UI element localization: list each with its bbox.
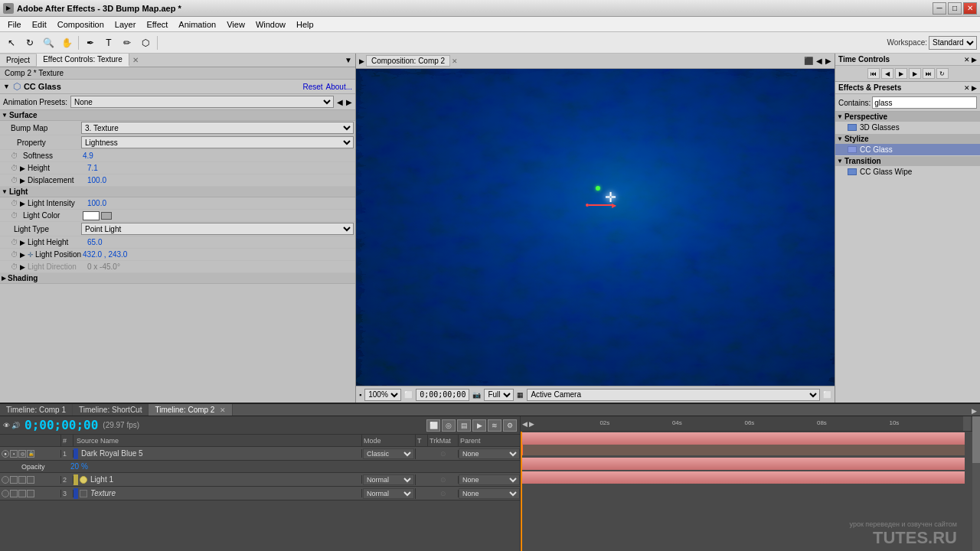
ep-close[interactable]: ✕ — [964, 84, 970, 92]
go-start-button[interactable]: ⏮ — [867, 68, 880, 79]
solo-btn[interactable]: ◎ — [442, 419, 456, 432]
anim-presets-next[interactable]: ▶ — [346, 98, 352, 106]
loop-button[interactable]: ↻ — [936, 68, 949, 79]
layer-3-visibility[interactable] — [2, 490, 9, 497]
zoom-tool[interactable]: 🔍 — [40, 34, 57, 51]
draft-btn[interactable]: ⚙ — [503, 419, 517, 432]
layer-3-lock[interactable] — [27, 490, 34, 497]
effect-controls-tab[interactable]: Effect Controls: Texture — [37, 54, 129, 67]
selection-tool[interactable]: ↖ — [3, 34, 20, 51]
opacity-value[interactable]: 20 % — [70, 462, 88, 471]
tl-audio-icon[interactable]: 🔊 — [11, 422, 20, 429]
text-tool[interactable]: T — [100, 34, 117, 51]
track-bar-layer2[interactable] — [521, 458, 965, 470]
effect-expand-arrow[interactable]: ▼ — [3, 83, 10, 90]
menu-help[interactable]: Help — [292, 18, 318, 31]
viewer-ctrl-2[interactable]: ◀ — [816, 57, 822, 65]
comp-marker-btn[interactable]: ⬜ — [426, 419, 440, 432]
timeline-tab-comp2[interactable]: Timeline: Comp 2 ✕ — [149, 404, 233, 416]
property-select[interactable]: Lightness — [81, 136, 354, 148]
layer-2-solo[interactable] — [18, 476, 26, 484]
viewer-ctrl-3[interactable]: ▶ — [825, 57, 831, 65]
layer-1-parent[interactable]: None — [459, 448, 520, 459]
pen-tool[interactable]: ✒ — [82, 34, 99, 51]
menu-layer[interactable]: Layer — [110, 18, 141, 31]
layer-2-lock[interactable] — [27, 476, 34, 484]
surface-section-header[interactable]: ▼ Surface — [0, 110, 355, 121]
timeline-scrollbar-v[interactable] — [972, 416, 980, 551]
transition-header[interactable]: ▼ Transition — [835, 156, 980, 166]
scroll-right-icon[interactable]: ▶ — [529, 420, 534, 428]
height-stopwatch[interactable]: ⏱ — [11, 164, 18, 172]
timeline-expand[interactable]: ▶ — [972, 407, 977, 415]
quality-select[interactable]: Full — [484, 389, 514, 401]
project-tab[interactable]: Project — [0, 54, 37, 66]
anim-presets-select[interactable]: None — [70, 96, 334, 108]
tab-close-icon[interactable]: ✕ — [220, 406, 226, 414]
close-button[interactable]: ✕ — [963, 2, 977, 15]
height-value[interactable]: 7.1 — [87, 164, 98, 172]
search-input[interactable] — [872, 96, 977, 109]
preview-btn[interactable]: ▶ — [472, 419, 486, 432]
menu-file[interactable]: File — [3, 18, 26, 31]
displacement-value[interactable]: 100.0 — [87, 176, 106, 184]
about-button[interactable]: About... — [326, 83, 352, 91]
prev-frame-button[interactable]: ◀ — [881, 68, 893, 79]
light-color-swatch[interactable] — [83, 211, 100, 220]
brush-tool[interactable]: ✏ — [119, 34, 136, 51]
viewer-ctrl-1[interactable]: ⬛ — [804, 57, 813, 65]
motion-blur-btn[interactable]: ≋ — [488, 419, 501, 432]
cc-glass-item[interactable]: CC Glass — [835, 144, 980, 155]
time-controls-expand[interactable]: ▶ — [972, 56, 977, 64]
render-btn[interactable]: ▤ — [457, 419, 471, 432]
light-type-select[interactable]: Point Light — [81, 223, 354, 235]
softness-stopwatch[interactable]: ⏱ — [11, 152, 18, 160]
viewer-timecode[interactable]: 0;00;00;00 — [416, 389, 469, 401]
layer-1-lock[interactable]: 🔒 — [27, 450, 34, 458]
menu-animation[interactable]: Animation — [174, 18, 220, 31]
light-position-crosshair[interactable]: ✛ — [28, 251, 34, 259]
layer-2-audio[interactable] — [10, 476, 18, 484]
light-position-stopwatch[interactable]: ⏱ — [11, 250, 18, 259]
scrollbar-v-thumb[interactable] — [972, 416, 980, 463]
light-intensity-stopwatch[interactable]: ⏱ — [11, 199, 18, 207]
light-position-value[interactable]: 432.0 , 243.0 — [83, 250, 127, 259]
play-button[interactable]: ▶ — [895, 68, 907, 79]
menu-edit[interactable]: Edit — [28, 18, 51, 31]
menu-effect[interactable]: Effect — [142, 18, 172, 31]
light-color-swatch2[interactable] — [101, 212, 112, 220]
layer-2-parent[interactable]: None — [459, 474, 520, 485]
workspace-select[interactable]: Standard — [929, 36, 977, 50]
window-controls[interactable]: ─ □ ✕ — [933, 2, 977, 15]
layer-2-visibility[interactable] — [2, 476, 9, 484]
layer-3-parent[interactable]: None — [459, 488, 520, 499]
viewer-close-icon[interactable]: ✕ — [452, 57, 458, 65]
layer-3-solo[interactable] — [18, 490, 26, 497]
timeline-timecode[interactable]: 0;00;00;00 — [24, 418, 98, 432]
stylize-header[interactable]: ▼ Stylize — [835, 134, 980, 144]
perspective-header[interactable]: ▼ Perspective — [835, 112, 980, 122]
minimize-button[interactable]: ─ — [933, 2, 946, 15]
3d-glasses-item[interactable]: 3D Glasses — [835, 122, 980, 133]
light-direction-stopwatch[interactable]: ⏱ — [11, 262, 18, 271]
track-bar-layer3[interactable] — [521, 471, 965, 484]
layer-3-audio[interactable] — [10, 490, 18, 497]
go-end-button[interactable]: ⏭ — [923, 68, 935, 79]
softness-value[interactable]: 4.9 — [83, 152, 93, 160]
scroll-left-icon[interactable]: ◀ — [522, 420, 528, 428]
layer-1-mode[interactable]: Classic — [363, 448, 414, 459]
cc-glass-wipe-item[interactable]: CC Glass Wipe — [835, 166, 980, 178]
menu-window[interactable]: Window — [251, 18, 290, 31]
tl-eye-icon[interactable]: 👁 — [3, 422, 10, 429]
light-section-header[interactable]: ▼ Light — [0, 187, 355, 197]
light-intensity-value[interactable]: 100.0 — [87, 199, 106, 207]
zoom-select[interactable]: 100% — [364, 389, 401, 401]
next-frame-button[interactable]: ▶ — [909, 68, 921, 79]
bump-map-select[interactable]: 3. Texture — [81, 122, 354, 134]
timeline-tab-shortcut[interactable]: Timeline: ShortCut — [73, 404, 149, 416]
menu-view[interactable]: View — [222, 18, 250, 31]
menu-composition[interactable]: Composition — [53, 18, 109, 31]
rotation-tool[interactable]: ↻ — [21, 34, 38, 51]
layer-1-visibility[interactable]: ● — [2, 450, 9, 458]
hand-tool[interactable]: ✋ — [58, 34, 75, 51]
